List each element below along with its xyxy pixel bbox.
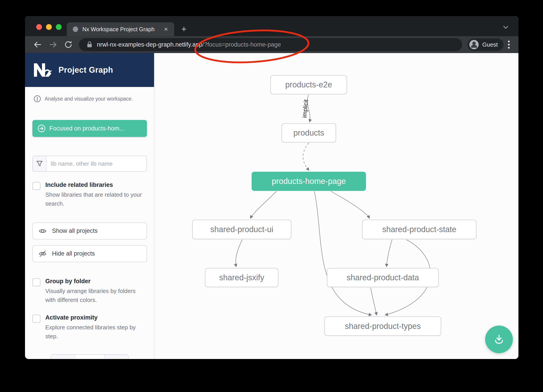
sidebar: Project Graph Analyse and visualize your… [25, 53, 154, 359]
tab-nx-workspace[interactable]: Nx Workspace Project Graph × [67, 22, 174, 36]
avatar-icon [469, 39, 479, 50]
url-bar[interactable]: nrwl-nx-examples-dep-graph.netlify.app/?… [79, 38, 462, 51]
hide-all-projects-button[interactable]: Hide all projects [32, 245, 147, 262]
graph-node-shared-jsxify[interactable]: shared-jsxify [205, 268, 278, 287]
tab-close-icon[interactable]: × [162, 25, 170, 33]
proximity-stepper: − 1 + [51, 354, 129, 359]
hide-all-projects-label: Hide all projects [52, 250, 95, 257]
group-by-folder-checkbox[interactable] [32, 278, 40, 286]
focused-button-label: Focused on products-hom... [49, 125, 124, 132]
graph-edge-products-home-page-to-shared-product-ui [250, 191, 277, 218]
activate-proximity-checkbox[interactable] [32, 315, 40, 323]
arrow-right-circle-icon [37, 124, 46, 133]
activate-proximity-desc: Explore connected libraries step by step… [45, 323, 146, 341]
lock-icon[interactable] [86, 41, 93, 48]
graph-edge-shared-product-ui-to-shared-jsxify [236, 240, 242, 267]
graph-node-shared-product-ui[interactable]: shared-product-ui [192, 220, 291, 239]
stepper-value[interactable]: 1 [75, 355, 104, 359]
url-domain: nrwl-nx-examples-dep-graph.netlify.app [97, 41, 202, 48]
info-icon [34, 95, 41, 103]
forward-icon[interactable] [48, 41, 58, 49]
stepper-increment-button[interactable]: + [104, 355, 128, 359]
graph-node-shared-product-state[interactable]: shared-product-state [362, 220, 476, 239]
graph-edge-products-to-products-home-page [303, 143, 309, 170]
graph-node-products[interactable]: products [282, 123, 336, 143]
include-related-row[interactable]: Include related libraries Show libraries… [32, 182, 144, 208]
url-path: /?focus=products-home-page [202, 41, 281, 48]
close-window-button[interactable] [36, 24, 42, 30]
graph-edge-shared-product-state-to-shared-product-data [386, 240, 392, 267]
graph-node-shared-product-types[interactable]: shared-product-types [324, 316, 441, 336]
activate-proximity-row[interactable]: Activate proximity Explore connected lib… [32, 314, 144, 341]
filter-input[interactable] [47, 156, 147, 171]
tagline-text: Analyse and visualize your workspace. [45, 96, 133, 102]
group-by-folder-label[interactable]: Group by folder [45, 278, 146, 285]
graph-edge-products-home-page-to-shared-product-types [314, 191, 372, 315]
funnel-icon [36, 160, 43, 167]
activate-proximity-label[interactable]: Activate proximity [45, 314, 146, 321]
back-icon[interactable] [33, 41, 42, 49]
browser-menu-icon[interactable] [508, 40, 510, 50]
download-icon [493, 334, 505, 345]
profile-label: Guest [482, 41, 498, 48]
app-title: Project Graph [58, 65, 113, 75]
show-all-projects-label: Show all projects [52, 227, 98, 234]
graph-edge-shared-product-data-to-shared-product-types [371, 288, 377, 315]
include-related-desc: Show libraries that are related to your … [45, 190, 146, 208]
reload-icon[interactable] [64, 40, 73, 49]
filter-icon-segment [33, 156, 47, 171]
globe-favicon-icon [72, 26, 79, 33]
zoom-window-button[interactable] [56, 24, 62, 30]
download-image-button[interactable] [485, 326, 513, 353]
eye-icon [39, 228, 47, 234]
traffic-lights [36, 24, 62, 30]
graph-edge-products-home-page-to-shared-product-state [331, 191, 369, 218]
url-text: nrwl-nx-examples-dep-graph.netlify.app/?… [97, 41, 281, 48]
new-tab-button[interactable]: + [181, 25, 187, 33]
eye-off-icon [39, 250, 47, 257]
project-graph-canvas[interactable]: implicit products-e2eproductsproducts-ho… [154, 53, 518, 359]
nx-logo-icon [34, 63, 53, 77]
chevron-down-icon[interactable] [502, 25, 509, 30]
tab-strip: Nx Workspace Project Graph × + [25, 16, 518, 36]
stepper-decrement-button[interactable]: − [51, 355, 75, 359]
focused-button[interactable]: Focused on products-hom... [32, 120, 147, 137]
browser-toolbar: nrwl-nx-examples-dep-graph.netlify.app/?… [25, 36, 518, 53]
edge-label-implicit: implicit [301, 99, 309, 118]
graph-edge-products-e2e-to-products [307, 95, 310, 122]
include-related-label[interactable]: Include related libraries [45, 182, 146, 188]
minimize-window-button[interactable] [46, 24, 52, 30]
filter-box [32, 156, 147, 172]
graph-node-shared-product-data[interactable]: shared-product-data [327, 268, 439, 287]
tagline-row: Analyse and visualize your workspace. [34, 95, 154, 103]
browser-window: Nx Workspace Project Graph × + [25, 16, 518, 359]
graph-node-products-e2e[interactable]: products-e2e [270, 75, 347, 94]
tab-title: Nx Workspace Project Graph [82, 26, 162, 33]
sidebar-header: Project Graph [25, 53, 154, 87]
graph-edges: implicit [154, 53, 518, 359]
show-all-projects-button[interactable]: Show all projects [32, 222, 147, 239]
include-related-checkbox[interactable] [32, 182, 40, 190]
profile-chip[interactable]: Guest [468, 38, 503, 51]
group-by-folder-row[interactable]: Group by folder Visually arrange librari… [32, 278, 144, 305]
graph-node-products-home-page[interactable]: products-home-page [252, 172, 366, 191]
group-by-folder-desc: Visually arrange libraries by folders wi… [45, 287, 146, 305]
